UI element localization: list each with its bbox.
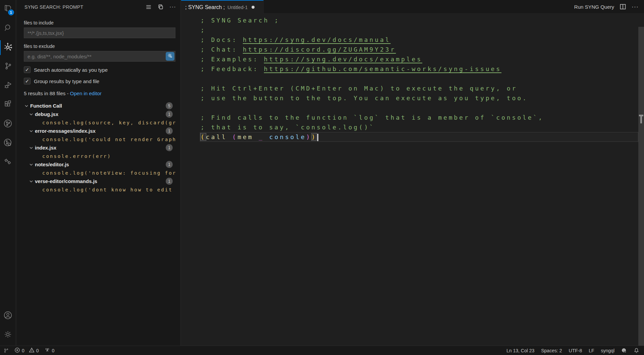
- source-control-button[interactable]: [0, 59, 16, 75]
- modified-dot-icon: [252, 6, 255, 9]
- tree-match[interactable]: console.log('could not render GraphR…: [24, 135, 175, 143]
- line-col-indicator[interactable]: Ln 13, Col 23: [506, 348, 534, 353]
- bell-icon[interactable]: [634, 348, 639, 353]
- code-line: [201, 103, 544, 113]
- syng-search-button[interactable]: [0, 40, 16, 56]
- more-actions-icon[interactable]: ···: [632, 3, 639, 10]
- exclude-settings-button[interactable]: [166, 52, 174, 61]
- status-bar: 0 0 0 Ln 13, Col 23 Spaces: 2 UTF-8 LF s…: [0, 346, 644, 355]
- chevron-down-icon[interactable]: [29, 112, 34, 117]
- files-include-input[interactable]: [24, 27, 175, 38]
- run-debug-icon: [4, 81, 12, 91]
- language-indicator[interactable]: syngql: [601, 348, 614, 353]
- feedback-icon[interactable]: [621, 348, 627, 353]
- chevron-down-icon[interactable]: [29, 145, 34, 151]
- settings-button[interactable]: [0, 327, 16, 343]
- chevron-down-icon[interactable]: [29, 162, 34, 167]
- activity-bar-bottom: [0, 308, 16, 346]
- query-token: [227, 133, 232, 140]
- extensions-button[interactable]: [0, 97, 16, 113]
- accounts-button[interactable]: [0, 308, 16, 324]
- code-line: ; SYNG Search ;: [201, 15, 544, 25]
- eol-indicator[interactable]: LF: [589, 348, 594, 353]
- url-link[interactable]: https://syng.dev/docs/manual: [243, 36, 391, 43]
- tab-syng-search[interactable]: ; SYNG Search ; Untitled-1: [181, 0, 264, 14]
- tree-root-function-call[interactable]: Function Call 5: [24, 102, 175, 110]
- code-line: ; Find calls to the function `log` that …: [201, 113, 544, 122]
- encoding-indicator[interactable]: UTF-8: [569, 348, 582, 353]
- code-line: ; Chat: https://discord.gg/ZUGAM9Y23r: [201, 45, 544, 54]
- checkbox-search-auto[interactable]: ✓ Search automatically as you type: [24, 66, 175, 73]
- more-actions-icon[interactable]: ···: [169, 3, 176, 11]
- tree-file-label: error-messages/index.jsx: [35, 128, 96, 134]
- tab-bar: ; SYNG Search ; Untitled-1 Run SYNG Quer…: [181, 0, 644, 14]
- tree-file[interactable]: notes/editor.js 1: [24, 160, 175, 169]
- chevron-down-icon[interactable]: [29, 179, 34, 184]
- checkbox-group-results[interactable]: ✓ Group results by type and file: [24, 78, 175, 84]
- editor-group: ; SYNG Search ; Untitled-1 Run SYNG Quer…: [181, 0, 644, 346]
- tree-match[interactable]: console.log('dont know how to edit n…: [24, 185, 175, 194]
- tree-match[interactable]: console.log('noteView: focusing for …: [24, 169, 175, 177]
- code-line: [201, 74, 544, 83]
- sidebar-syng-search: SYNG SEARCH: PROMPT ··· files to include…: [16, 0, 181, 346]
- chevron-down-icon[interactable]: [29, 128, 34, 134]
- url-link[interactable]: https://syng.dev/docs/examples: [264, 56, 422, 63]
- gear-minus-icon: [167, 53, 173, 60]
- open-in-editor-link[interactable]: Open in editor: [70, 91, 102, 96]
- graph-search-button[interactable]: [0, 135, 16, 151]
- indentation-indicator[interactable]: Spaces: 2: [541, 348, 562, 353]
- tree-file[interactable]: debug.jsx 1: [24, 110, 175, 118]
- tree-file-label: verse-editor/commands.js: [35, 178, 97, 184]
- run-debug-button[interactable]: [0, 78, 16, 94]
- editor-scrollbar[interactable]: [638, 27, 644, 346]
- files-exclude-input[interactable]: [24, 51, 175, 62]
- count-badge: 1: [166, 178, 173, 185]
- tree-file[interactable]: index.jsx 1: [24, 143, 175, 152]
- exclude-label: files to exclude: [24, 44, 175, 49]
- status-left: 0 0 0: [0, 347, 54, 354]
- explorer-button[interactable]: 1: [0, 1, 16, 17]
- menu-icon[interactable]: [145, 3, 152, 11]
- warning-icon: [29, 347, 35, 354]
- results-summary-text: 5 results in 88 files -: [24, 91, 70, 96]
- ports-indicator[interactable]: 0: [44, 347, 55, 354]
- editor-surface[interactable]: ; SYNG Search ; ; ; Docs: https://syng.d…: [181, 13, 644, 346]
- tab-title: ; SYNG Search ;: [185, 4, 225, 10]
- sidebar-body: files to include files to exclude ✓ Sear…: [16, 14, 180, 194]
- code-line: ; Examples: https://syng.dev/docs/exampl…: [201, 54, 544, 64]
- graph-view-button[interactable]: [0, 116, 16, 132]
- query-token: mem: [237, 133, 253, 140]
- code-line: ; use the button to the top. You can exe…: [201, 93, 544, 103]
- status-right: Ln 13, Col 23 Spaces: 2 UTF-8 LF syngql: [506, 348, 644, 353]
- error-count: 0: [22, 348, 24, 353]
- run-syng-query-button[interactable]: Run SYNG Query: [574, 4, 614, 10]
- chevron-down-icon[interactable]: [24, 103, 29, 109]
- source-control-icon: [4, 62, 12, 72]
- pipeline-button[interactable]: [0, 154, 16, 170]
- sidebar-title: SYNG SEARCH: PROMPT: [24, 4, 145, 10]
- results-summary: 5 results in 88 files - Open in editor: [24, 91, 175, 96]
- tree-match[interactable]: console.error(err): [24, 152, 175, 160]
- gear-icon: [3, 330, 12, 340]
- search-button[interactable]: [0, 20, 16, 37]
- count-badge: 1: [166, 144, 173, 151]
- tree-match[interactable]: console.log(source, key, discard(gra…: [24, 118, 175, 127]
- problems-indicator[interactable]: 0 0: [14, 347, 39, 354]
- editor-actions: Run SYNG Query ···: [574, 0, 644, 13]
- code-lines: ; SYNG Search ; ; ; Docs: https://syng.d…: [201, 15, 544, 142]
- tree-file[interactable]: error-messages/index.jsx 1: [24, 127, 175, 135]
- query-line: (call (mem _ console)): [201, 132, 544, 142]
- error-icon: [14, 347, 20, 354]
- tree-root-label: Function Call: [30, 103, 62, 109]
- sidebar-header: SYNG SEARCH: PROMPT ···: [16, 0, 180, 14]
- tree-file[interactable]: verse-editor/commands.js 1: [24, 177, 175, 185]
- vscode-window: 1: [0, 0, 644, 355]
- branch-icon[interactable]: [3, 348, 9, 353]
- query-token: (: [201, 133, 206, 140]
- explorer-badge: 1: [7, 9, 15, 16]
- split-editor-icon[interactable]: [620, 3, 626, 10]
- url-link[interactable]: https://discord.gg/ZUGAM9Y23r: [243, 46, 396, 53]
- copy-icon[interactable]: [157, 3, 164, 11]
- url-link[interactable]: https://github.com/semantic-works/syng-i…: [264, 65, 501, 72]
- query-line-tokens: (call (mem _ console)): [201, 133, 317, 140]
